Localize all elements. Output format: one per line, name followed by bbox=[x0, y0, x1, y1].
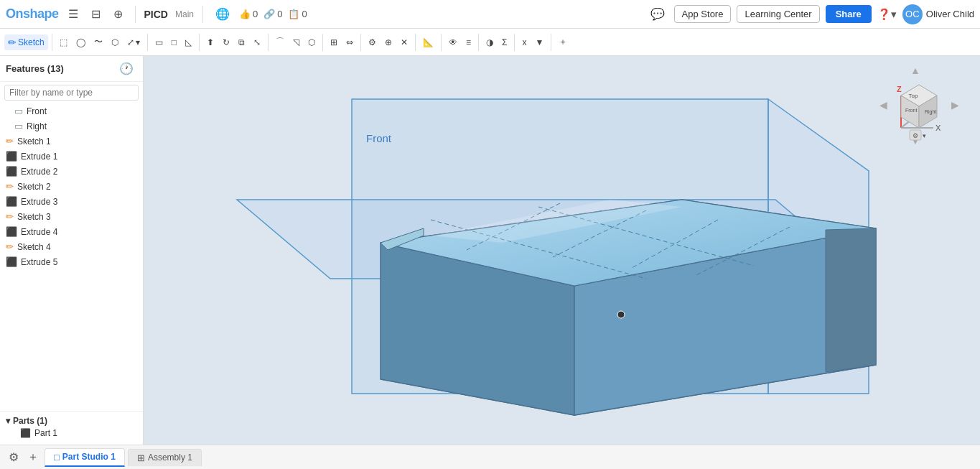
topbar-right: 💬 App Store Learning Center Share ❓▾ OC … bbox=[647, 4, 974, 24]
part-studio-tab[interactable]: □ Part Studio 1 bbox=[45, 448, 125, 467]
chamfer-tool[interactable]: ◹ bbox=[289, 35, 303, 50]
likes-count: 0 bbox=[253, 9, 258, 19]
shell-tool[interactable]: ⬡ bbox=[304, 35, 319, 50]
extrude4-item[interactable]: ⬛ Extrude 4 bbox=[0, 224, 143, 239]
assembly-label: Assembly 1 bbox=[148, 452, 192, 463]
sweep-tool[interactable]: ⤡ bbox=[250, 35, 264, 50]
sim-tool[interactable]: Σ bbox=[498, 35, 510, 50]
plane-icon: ▭ bbox=[14, 106, 23, 116]
extrude2-item[interactable]: ⬛ Extrude 2 bbox=[0, 164, 143, 179]
circle-icon: ◯ bbox=[76, 37, 85, 47]
variable-tool[interactable]: x bbox=[518, 35, 530, 50]
rect3d-tool[interactable]: ▭ bbox=[151, 35, 167, 50]
extrude3-item[interactable]: ⬛ Extrude 3 bbox=[0, 194, 143, 209]
polygon-tool[interactable]: ⬡ bbox=[108, 35, 122, 50]
extrude5-item[interactable]: ⬛ Extrude 5 bbox=[0, 254, 143, 269]
sketch-button[interactable]: ✏ Sketch bbox=[4, 34, 48, 50]
user-area[interactable]: OC Oliver Child bbox=[902, 4, 974, 24]
extrude4-label: Extrude 4 bbox=[21, 227, 57, 237]
sim-icon: Σ bbox=[502, 37, 507, 47]
help-button[interactable]: ❓▾ bbox=[877, 8, 897, 21]
mate-tool[interactable]: ⚙ bbox=[365, 35, 380, 50]
view-cube-svg[interactable]: ▲ ▼ ◀ ▶ Z X Top bbox=[879, 67, 958, 146]
spline-tool[interactable]: 〜 bbox=[90, 34, 106, 50]
collapse-icon: ▾ bbox=[6, 416, 10, 426]
viewport[interactable]: Front Top Right bbox=[144, 56, 980, 445]
box-icon: □ bbox=[172, 37, 177, 47]
history-button[interactable]: 🕐 bbox=[116, 60, 137, 77]
onshape-logo[interactable]: Onshape bbox=[6, 6, 59, 22]
sweep-icon: ⤡ bbox=[253, 37, 261, 47]
loft-tool[interactable]: ⧉ bbox=[235, 35, 248, 50]
extrude-icon: ⬛ bbox=[6, 256, 17, 267]
filter-button[interactable]: ⊟ bbox=[88, 6, 104, 22]
svg-text:Front: Front bbox=[366, 132, 392, 144]
extrude-icon: ⬛ bbox=[6, 226, 17, 237]
wedge-icon: ◺ bbox=[185, 37, 192, 47]
more-tools-button[interactable]: ▼ bbox=[531, 35, 547, 50]
comment-icon: 📋 bbox=[288, 9, 299, 19]
sketch-icon: ✏ bbox=[8, 37, 17, 48]
share-button[interactable]: Share bbox=[826, 5, 872, 23]
front-plane-item[interactable]: ▭ Front bbox=[0, 103, 143, 119]
mirror-tool[interactable]: ⇔ bbox=[342, 35, 357, 50]
svg-text:Z: Z bbox=[897, 85, 902, 93]
learningcenter-button[interactable]: Learning Center bbox=[737, 5, 819, 23]
fillet-tool[interactable]: ⌒ bbox=[272, 34, 288, 50]
assembly-icon: ⊞ bbox=[137, 452, 145, 463]
transform-tool[interactable]: ⤢▾ bbox=[123, 35, 144, 50]
revolve-tool[interactable]: ↻ bbox=[219, 35, 233, 50]
globe-button[interactable]: 🌐 bbox=[212, 6, 233, 22]
svg-text:◀: ◀ bbox=[879, 99, 887, 111]
pattern-tool[interactable]: ⊞ bbox=[327, 35, 341, 50]
add-tool-button[interactable]: ＋ bbox=[555, 34, 571, 50]
chamfer-icon: ◹ bbox=[293, 37, 299, 47]
section-tool[interactable]: ≡ bbox=[462, 35, 475, 50]
bottom-bar: ⚙ ＋ □ Part Studio 1 ⊞ Assembly 1 bbox=[0, 445, 980, 469]
likes-counter[interactable]: 👍 0 bbox=[239, 9, 258, 19]
settings-icon-button[interactable]: ⚙ bbox=[6, 449, 22, 465]
toolbar-separator bbox=[441, 34, 442, 51]
extrude-icon: ⬛ bbox=[6, 196, 17, 207]
wedge-tool[interactable]: ◺ bbox=[182, 35, 195, 50]
extrude-tool[interactable]: ⬆ bbox=[203, 35, 218, 50]
sketch3-item[interactable]: ✏ Sketch 3 bbox=[0, 209, 143, 224]
view-tool[interactable]: 👁 bbox=[445, 35, 461, 50]
toolbar-separator bbox=[322, 34, 323, 51]
assembly-tab[interactable]: ⊞ Assembly 1 bbox=[128, 449, 202, 466]
sketch-icon: ✏ bbox=[6, 181, 14, 192]
spline-icon: 〜 bbox=[94, 36, 103, 48]
box-tool[interactable]: □ bbox=[168, 35, 180, 50]
comments-counter[interactable]: 📋 0 bbox=[288, 9, 307, 19]
chat-button[interactable]: 💬 bbox=[647, 6, 668, 22]
rect-icon: ⬚ bbox=[60, 37, 67, 47]
add-tab-button[interactable]: ＋ bbox=[24, 448, 42, 466]
measure-tool[interactable]: 📐 bbox=[419, 35, 437, 50]
sketch2-item[interactable]: ✏ Sketch 2 bbox=[0, 179, 143, 194]
right-plane-item[interactable]: ▭ Right bbox=[0, 119, 143, 134]
sketch1-item[interactable]: ✏ Sketch 1 bbox=[0, 134, 143, 149]
new-sketch-tool[interactable]: ⬚ bbox=[56, 35, 71, 50]
part1-item[interactable]: ⬛ Part 1 bbox=[6, 426, 137, 440]
appstore-button[interactable]: App Store bbox=[674, 5, 732, 23]
toolbar-separator bbox=[415, 34, 416, 51]
sketch-label: Sketch bbox=[18, 37, 45, 47]
parts-section: ▾ Parts (1) ⬛ Part 1 bbox=[0, 411, 143, 445]
sketch4-item[interactable]: ✏ Sketch 4 bbox=[0, 239, 143, 254]
links-counter[interactable]: 🔗 0 bbox=[263, 9, 282, 19]
links-count: 0 bbox=[277, 9, 282, 19]
extrude1-item[interactable]: ⬛ Extrude 1 bbox=[0, 149, 143, 164]
measure-icon: 📐 bbox=[423, 37, 434, 47]
toolbar-separator bbox=[514, 34, 515, 51]
extrude2-label: Extrude 2 bbox=[21, 167, 57, 177]
boolean-tool[interactable]: ⊕ bbox=[381, 35, 396, 50]
parts-header[interactable]: ▾ Parts (1) bbox=[6, 416, 137, 426]
part-studio-icon: □ bbox=[54, 452, 60, 463]
add-button[interactable]: ⊕ bbox=[110, 6, 126, 22]
menu-button[interactable]: ☰ bbox=[65, 6, 82, 22]
render-tool[interactable]: ◑ bbox=[482, 35, 497, 50]
circle-tool[interactable]: ◯ bbox=[73, 35, 89, 50]
separator bbox=[202, 6, 203, 23]
filter-input[interactable] bbox=[4, 85, 139, 101]
delete-tool[interactable]: ✕ bbox=[397, 35, 411, 50]
